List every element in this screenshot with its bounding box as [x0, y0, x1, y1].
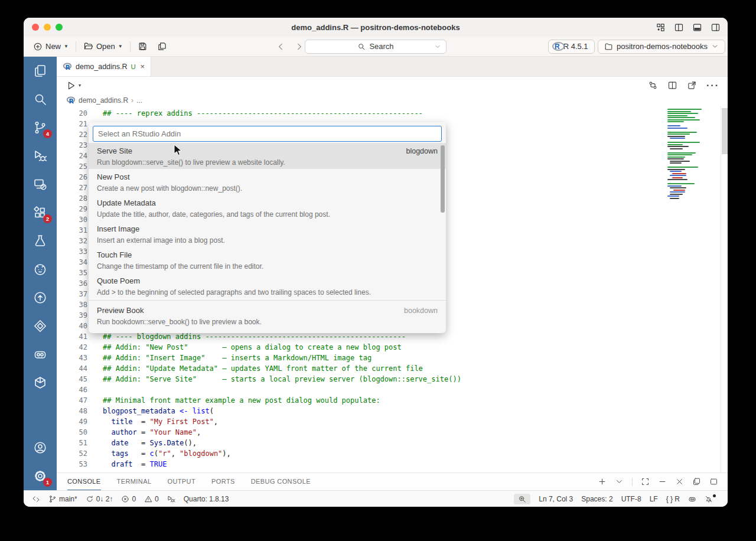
code-line-48[interactable]: 48blogpost_metadata <- list( — [57, 406, 662, 416]
badge: 4 — [43, 129, 52, 138]
save-all-icon — [157, 41, 167, 51]
more-actions-icon[interactable]: ··· — [706, 80, 719, 91]
sidebar-item-publish[interactable] — [24, 283, 57, 312]
restore-windows-icon[interactable] — [692, 477, 701, 486]
statusbar-cursor-position[interactable]: Ln 7, Col 3 — [539, 495, 573, 503]
open-changes-icon[interactable] — [648, 80, 658, 91]
quickpick-item[interactable]: Serve SiteblogdownRun blogdown::serve_si… — [89, 143, 446, 169]
sidebar-item-run-and-debug[interactable] — [24, 142, 57, 170]
code-line-46[interactable]: 46 — [57, 384, 662, 395]
code-line-43[interactable]: 43## Addin: "Insert Image" — inserts a M… — [57, 353, 662, 363]
divider — [632, 478, 633, 486]
editor-scrollbar[interactable] — [721, 106, 728, 472]
code-token: , — [214, 416, 218, 427]
quickpick-item[interactable]: Update MetadataUpdate the title, author,… — [89, 195, 446, 221]
search-input[interactable]: Search — [305, 40, 447, 54]
statusbar-quarto-version[interactable]: Quarto: 1.8.13 — [184, 495, 229, 503]
code-line-45[interactable]: 45## Addin: "Serve Site" — starts a loca… — [57, 374, 662, 384]
panel-tab-console[interactable]: CONSOLE — [67, 473, 101, 490]
new-button[interactable]: New ▼ — [28, 39, 73, 54]
statusbar-git-branch-status[interactable]: main* — [48, 495, 77, 503]
close-tab-icon[interactable]: × — [140, 62, 145, 71]
code-line-47[interactable]: 47## Minimal front matter example a new … — [57, 395, 662, 406]
window-icon[interactable] — [709, 477, 718, 486]
plus-icon[interactable] — [598, 477, 607, 486]
quickpick-item[interactable]: Input LaTeX Math — [89, 328, 446, 333]
quickpick-item[interactable]: New PostCreate a new post with blogdown:… — [89, 169, 446, 195]
sidebar-item-assistant[interactable] — [24, 340, 57, 369]
panel-tab-debug-console[interactable]: DEBUG CONSOLE — [251, 473, 311, 490]
minimap-line — [672, 173, 686, 174]
statusbar-encoding[interactable]: UTF-8 — [621, 495, 641, 503]
save-button[interactable] — [133, 39, 152, 54]
quickpick-item[interactable]: Insert ImageInsert an external image int… — [89, 221, 446, 247]
sidebar-item-sessions[interactable] — [24, 170, 57, 198]
breadcrumb[interactable]: R demo_addins.R › ... — [57, 94, 728, 106]
statusbar-copilot[interactable] — [688, 495, 696, 503]
code-line-52[interactable]: 52 tags = c("r", "blogdown"), — [57, 448, 662, 459]
statusbar-eol[interactable]: LF — [650, 495, 658, 503]
save-all-button[interactable] — [152, 39, 172, 54]
sidebar-item-package-explorer[interactable] — [24, 369, 57, 397]
sidebar-item-testing[interactable] — [24, 227, 57, 255]
split-editor-layout-icon[interactable] — [674, 22, 684, 32]
statusbar-notifications[interactable] — [705, 495, 718, 503]
statusbar-errors[interactable]: 0 — [121, 495, 136, 503]
code-line-20[interactable]: 20## ---- reprex addins ----------------… — [57, 108, 662, 119]
quickpick-item[interactable]: Touch FileChange the timestamp of the cu… — [89, 247, 446, 273]
sidebar-item-gem[interactable] — [24, 312, 57, 340]
code-line-51[interactable]: 51 date = Sys.Date(), — [57, 438, 662, 448]
secondary-sidebar-icon[interactable] — [711, 22, 721, 32]
statusbar-indentation[interactable]: Spaces: 2 — [581, 495, 612, 503]
run-file-button[interactable]: ▾ — [66, 80, 81, 91]
minimize-window-button[interactable] — [44, 24, 51, 31]
code-token: = — [137, 427, 150, 438]
sidebar-item-explorer[interactable] — [24, 57, 57, 85]
minimize-panel-icon[interactable] — [658, 477, 667, 486]
panel-tab-terminal[interactable]: TERMINAL — [117, 473, 152, 490]
sidebar-item-search[interactable] — [24, 85, 57, 113]
sidebar-item-source-control[interactable]: 4 — [24, 113, 57, 142]
panel-tab-ports[interactable]: PORTS — [211, 473, 235, 490]
scrollbar-thumb[interactable] — [722, 108, 728, 154]
statusbar-label: 0↓ 2↑ — [96, 495, 113, 503]
code-line-49[interactable]: 49 title = "My First Post", — [57, 416, 662, 427]
close-window-button[interactable] — [32, 24, 39, 31]
workspace-switcher[interactable]: positron-demos-notebooks — [598, 40, 725, 54]
sidebar-item-extensions[interactable]: 2 — [24, 198, 57, 227]
code-line-44[interactable]: 44## Addin: "Update Metadata" — updates … — [57, 363, 662, 374]
forward-button[interactable] — [294, 42, 304, 51]
statusbar-language-mode[interactable]: { } R — [666, 495, 680, 503]
sidebar-item-settings[interactable]: 1 — [24, 462, 57, 490]
panel-tab-output[interactable]: OUTPUT — [167, 473, 195, 490]
statusbar-warnings[interactable]: 0 — [144, 495, 159, 503]
tab-demo-addins[interactable]: R demo_addins.R U × — [57, 57, 151, 76]
back-button[interactable] — [276, 42, 286, 51]
quickpick-item[interactable]: Quote PoemAdd > to the beginning of sele… — [89, 273, 446, 299]
zoom-window-button[interactable] — [56, 24, 63, 31]
panel-bottom-icon[interactable] — [692, 22, 702, 32]
statusbar-debug-status[interactable] — [167, 495, 175, 503]
r-version-button[interactable]: R R 4.5.1 — [548, 40, 595, 54]
statusbar-remote-indicator[interactable] — [32, 495, 40, 503]
open-button[interactable]: Open ▼ — [79, 39, 128, 54]
chevron-down-icon[interactable] — [615, 477, 624, 486]
statusbar-zoom-control[interactable] — [514, 494, 530, 504]
quickpick-item[interactable]: Preview BookbookdownRun bookdown::serve_… — [89, 302, 446, 328]
minimap[interactable] — [666, 106, 712, 472]
layout-grid-icon[interactable] — [656, 22, 666, 32]
quickpick-input[interactable] — [93, 126, 442, 142]
code-line-53[interactable]: 53 draft = TRUE — [57, 459, 662, 470]
sidebar-item-github[interactable] — [24, 255, 57, 283]
code-line-50[interactable]: 50 author = "Your Name", — [57, 427, 662, 438]
r-file-icon: R — [66, 96, 76, 105]
code-line-42[interactable]: 42## Addin: "New Post" — opens a dialog … — [57, 342, 662, 353]
statusbar-sync-status[interactable]: 0↓ 2↑ — [86, 495, 113, 503]
panel-bar: CONSOLETERMINALOUTPUTPORTSDEBUG CONSOLE — [57, 472, 728, 490]
close-panel-icon[interactable] — [675, 477, 684, 486]
quickpick-scrollbar[interactable] — [441, 145, 445, 213]
split-editor-icon[interactable] — [667, 80, 677, 91]
sidebar-item-account[interactable] — [24, 434, 57, 462]
maximize-panel-icon[interactable] — [641, 477, 650, 486]
open-in-new-window-icon[interactable] — [687, 80, 697, 91]
